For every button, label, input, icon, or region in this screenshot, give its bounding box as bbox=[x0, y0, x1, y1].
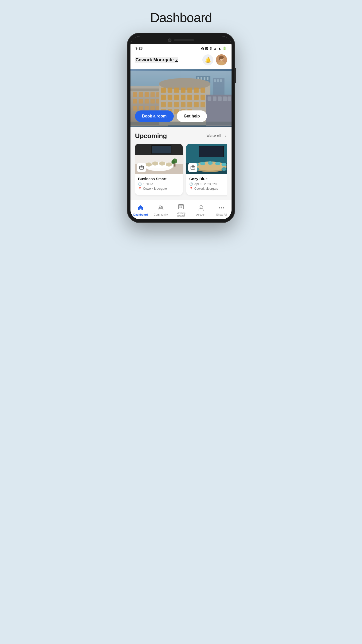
notification-button[interactable]: 🔔 bbox=[202, 54, 213, 65]
community-icon bbox=[158, 205, 164, 212]
room-card-image bbox=[186, 144, 227, 174]
nav-community-label: Community bbox=[154, 213, 168, 216]
battery-icon: 🔋 bbox=[222, 47, 227, 50]
svg-point-127 bbox=[200, 206, 202, 208]
app-icon-3: ⊘ bbox=[209, 47, 212, 50]
location-pin-icon: 📍 bbox=[138, 187, 142, 190]
room-card[interactable]: Business Smart 🕐 10:00 A... 📍 Cowork Moo… bbox=[135, 144, 183, 195]
svg-rect-80 bbox=[152, 146, 171, 153]
view-all-label: View all bbox=[207, 134, 221, 139]
upcoming-header: Upcoming View all → bbox=[135, 132, 227, 140]
nav-dashboard[interactable]: Dashboard bbox=[130, 205, 151, 216]
app-icon-1: ◔ bbox=[201, 47, 204, 50]
location-pin-icon: 📍 bbox=[189, 187, 193, 190]
room-location-value: Cowork Moorgate bbox=[143, 187, 167, 190]
svg-rect-91 bbox=[141, 166, 142, 167]
bell-icon: 🔔 bbox=[205, 57, 211, 63]
room-card-info: Business Smart 🕐 10:00 A... 📍 Cowork Moo… bbox=[135, 174, 183, 195]
svg-point-103 bbox=[208, 161, 213, 165]
upcoming-title: Upcoming bbox=[135, 132, 167, 140]
page-title: Dashboard bbox=[150, 10, 212, 25]
svg-point-89 bbox=[171, 160, 175, 164]
nav-account-label: Account bbox=[196, 213, 206, 216]
arrow-icon: → bbox=[223, 134, 227, 139]
svg-point-120 bbox=[161, 206, 163, 208]
svg-point-105 bbox=[221, 163, 227, 166]
book-room-button[interactable]: Book a room bbox=[135, 110, 174, 122]
app-icon-2: ▨ bbox=[205, 47, 208, 50]
svg-point-129 bbox=[221, 207, 222, 209]
svg-rect-90 bbox=[140, 166, 144, 169]
svg-rect-109 bbox=[192, 166, 194, 167]
header-actions: 🔔 bbox=[202, 54, 227, 65]
hero-buttons: Book a room Get help bbox=[135, 110, 207, 122]
room-type-badge bbox=[188, 163, 197, 172]
nav-community[interactable]: Community bbox=[151, 205, 171, 216]
hero-section: Book a room Get help bbox=[130, 69, 232, 127]
location-name: Cowork Moorgate bbox=[135, 57, 174, 63]
room-card-info: Cozy Blue 🕐 Apr 10 2023, 2:0... 📍 Cowork… bbox=[186, 174, 227, 195]
room-card-image bbox=[135, 144, 183, 174]
room-name: Cozy Blue bbox=[189, 177, 227, 181]
main-content: Upcoming View all → bbox=[130, 127, 232, 200]
chevron-down-icon: ∨ bbox=[175, 58, 178, 62]
get-help-button[interactable]: Get help bbox=[177, 110, 207, 122]
nav-dashboard-label: Dashboard bbox=[133, 213, 148, 216]
svg-rect-98 bbox=[199, 146, 223, 157]
home-icon bbox=[137, 205, 144, 212]
speaker-bar bbox=[174, 39, 194, 41]
signal-icon: ▲ bbox=[218, 47, 221, 50]
bottom-nav: Dashboard Community bbox=[130, 200, 232, 219]
app-header: Cowork Moorgate ∨ 🔔 bbox=[130, 52, 232, 69]
svg-rect-126 bbox=[181, 207, 182, 208]
phone-notch bbox=[130, 36, 232, 44]
location-selector[interactable]: Cowork Moorgate ∨ bbox=[135, 57, 178, 63]
clock-icon: 🕐 bbox=[138, 182, 142, 186]
room-time: 🕐 Apr 10 2023, 2:0... bbox=[189, 182, 227, 186]
phone-frame: 9:28 ◔ ▨ ⊘ ▲ ▲ 🔋 Cowork Moorgate ∨ 🔔 bbox=[127, 33, 235, 223]
nav-show-all[interactable]: Show All bbox=[211, 205, 232, 216]
phone-screen: 9:28 ◔ ▨ ⊘ ▲ ▲ 🔋 Cowork Moorgate ∨ 🔔 bbox=[130, 36, 232, 219]
rooms-scroll[interactable]: Business Smart 🕐 10:00 A... 📍 Cowork Moo… bbox=[135, 144, 227, 197]
wifi-icon: ▲ bbox=[213, 47, 217, 50]
view-all-link[interactable]: View all → bbox=[207, 134, 227, 139]
svg-rect-108 bbox=[191, 166, 195, 169]
nav-meeting-rooms[interactable]: Meeting Rooms bbox=[171, 203, 191, 217]
room-time: 🕐 10:00 A... bbox=[138, 182, 180, 186]
status-icons: ◔ ▨ ⊘ ▲ ▲ 🔋 bbox=[201, 47, 227, 50]
room-location: 📍 Cowork Moorgate bbox=[189, 187, 227, 190]
room-location-value: Cowork Moorgate bbox=[194, 187, 218, 190]
nav-meeting-rooms-label: Meeting Rooms bbox=[176, 212, 186, 217]
room-time-value: Apr 10 2023, 2:0... bbox=[194, 182, 219, 186]
profile-avatar-button[interactable] bbox=[216, 54, 227, 65]
camera-dot bbox=[168, 38, 171, 42]
svg-point-119 bbox=[159, 206, 161, 208]
svg-rect-125 bbox=[179, 207, 180, 208]
svg-point-102 bbox=[200, 162, 205, 165]
svg-point-85 bbox=[159, 162, 165, 166]
room-card[interactable]: Cozy Blue 🕐 Apr 10 2023, 2:0... 📍 Cowork… bbox=[186, 144, 227, 195]
nav-show-all-label: Show All bbox=[216, 213, 227, 216]
svg-point-107 bbox=[221, 167, 227, 171]
clock-icon: 🕐 bbox=[189, 182, 193, 186]
svg-point-86 bbox=[166, 163, 172, 167]
svg-point-84 bbox=[152, 162, 158, 166]
avatar-image bbox=[216, 54, 227, 65]
volume-button bbox=[235, 68, 236, 83]
svg-point-130 bbox=[223, 207, 224, 209]
status-time: 9:28 bbox=[135, 46, 143, 50]
status-bar: 9:28 ◔ ▨ ⊘ ▲ ▲ 🔋 bbox=[130, 44, 232, 52]
account-icon bbox=[198, 205, 204, 212]
svg-point-104 bbox=[215, 162, 220, 165]
calendar-icon bbox=[178, 203, 184, 211]
svg-point-128 bbox=[219, 207, 220, 209]
nav-account[interactable]: Account bbox=[191, 205, 211, 216]
svg-point-4 bbox=[219, 57, 220, 60]
room-location: 📍 Cowork Moorgate bbox=[138, 187, 180, 190]
room-name: Business Smart bbox=[138, 177, 180, 181]
room-time-value: 10:00 A... bbox=[143, 182, 156, 186]
svg-point-83 bbox=[146, 163, 152, 167]
more-icon bbox=[218, 205, 225, 212]
room-type-badge bbox=[137, 163, 146, 172]
